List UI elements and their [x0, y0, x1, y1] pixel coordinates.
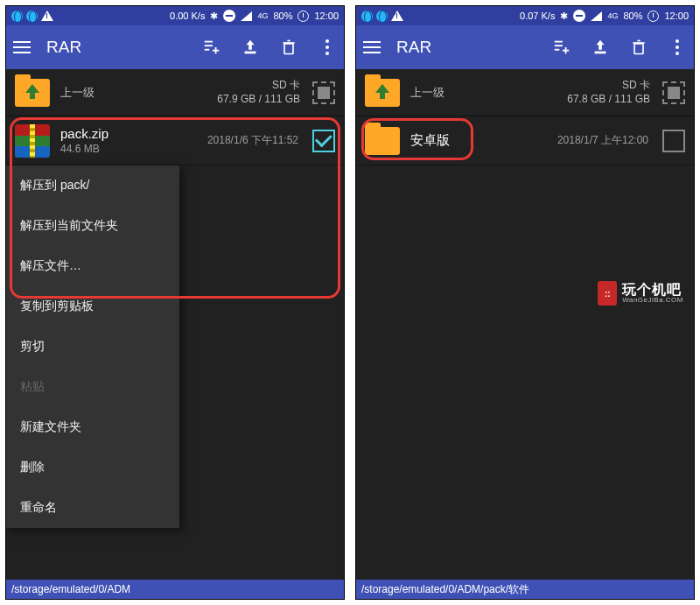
app-bar: RAR	[356, 25, 694, 69]
net-speed: 0.07 K/s	[520, 11, 555, 21]
folder-up-icon	[15, 79, 50, 107]
browser-icon	[11, 11, 23, 22]
bluetooth-icon: ✱	[210, 11, 218, 22]
file-checkbox[interactable]	[312, 130, 335, 152]
delete-icon[interactable]	[279, 38, 298, 57]
ctx-new-folder[interactable]: 新建文件夹	[6, 407, 179, 447]
ctx-copy[interactable]: 复制到剪贴板	[6, 286, 179, 327]
ctx-delete[interactable]: 删除	[6, 447, 179, 488]
overflow-icon[interactable]	[318, 38, 337, 57]
path-bar: /storage/emulated/0/ADM/pack/软件	[356, 580, 694, 599]
browser-icon	[26, 11, 38, 22]
sort-add-icon[interactable]	[202, 38, 221, 57]
file-size: 44.6 MB	[60, 143, 108, 155]
current-path: /storage/emulated/0/ADM/pack/软件	[361, 582, 529, 597]
sort-add-icon[interactable]	[552, 38, 571, 57]
phone-left: 0.00 K/s ✱ 4G 80% 12:00 RAR	[5, 5, 345, 600]
app-title: RAR	[396, 38, 431, 57]
svg-rect-15	[634, 44, 643, 54]
overflow-icon[interactable]	[668, 38, 687, 57]
status-time: 12:00	[664, 11, 689, 21]
browser-icon	[376, 11, 388, 22]
select-all-checkbox[interactable]	[312, 81, 335, 104]
app-bar: RAR	[6, 25, 344, 69]
bluetooth-icon: ✱	[560, 11, 568, 22]
net-speed: 0.00 K/s	[170, 11, 205, 21]
ctx-extract-files[interactable]: 解压文件…	[6, 246, 179, 286]
svg-rect-5	[245, 52, 256, 54]
status-time: 12:00	[314, 11, 339, 21]
sd-label: SD 卡	[217, 79, 300, 93]
ctx-extract-here[interactable]: 解压到 pack/	[6, 165, 179, 206]
file-name: 安卓版	[410, 132, 450, 149]
nav-row[interactable]: 上一级 SD 卡 67.8 GB / 111 GB	[356, 69, 694, 116]
app-title: RAR	[46, 38, 81, 57]
delete-icon[interactable]	[629, 38, 648, 57]
path-bar: /storage/emulated/0/ADM	[6, 580, 344, 599]
folder-up-icon	[365, 79, 400, 107]
watermark-url: WanGeJiBa.COM	[622, 297, 683, 304]
file-row-pack-zip[interactable]: pack.zip 44.6 MB 2018/1/6 下午11:52	[6, 116, 344, 165]
status-bar: 0.07 K/s ✱ 4G 80% 12:00	[356, 6, 694, 25]
ctx-paste: 粘贴	[6, 367, 179, 407]
network-type: 4G	[257, 11, 268, 20]
dnd-icon	[573, 10, 585, 22]
sd-label: SD 卡	[567, 79, 650, 93]
watermark: :: 玩个机吧 WanGeJiBa.COM	[598, 281, 683, 306]
watermark-icon: ::	[598, 281, 617, 306]
up-label: 上一级	[60, 85, 94, 101]
phone-right: 0.07 K/s ✱ 4G 80% 12:00 RAR	[355, 5, 695, 600]
file-checkbox[interactable]	[662, 130, 685, 152]
file-row-android-folder[interactable]: 安卓版 2018/1/7 上午12:00	[356, 116, 694, 165]
current-path: /storage/emulated/0/ADM	[11, 583, 130, 595]
nav-row[interactable]: 上一级 SD 卡 67.9 GB / 111 GB	[6, 69, 344, 116]
context-menu: 解压到 pack/ 解压到当前文件夹 解压文件… 复制到剪贴板 剪切 粘贴 新建…	[6, 165, 179, 528]
extract-icon[interactable]	[241, 38, 260, 57]
extract-icon[interactable]	[591, 38, 610, 57]
file-date: 2018/1/6 下午11:52	[207, 133, 298, 148]
menu-button[interactable]	[13, 41, 31, 53]
battery-text: 80%	[623, 11, 642, 21]
file-name: pack.zip	[60, 126, 108, 141]
battery-text: 80%	[273, 11, 292, 21]
ctx-rename[interactable]: 重命名	[6, 488, 179, 528]
svg-rect-6	[284, 44, 293, 54]
select-all-checkbox[interactable]	[662, 81, 685, 104]
folder-icon	[365, 127, 400, 155]
file-date: 2018/1/7 上午12:00	[557, 133, 648, 148]
status-bar: 0.00 K/s ✱ 4G 80% 12:00	[6, 6, 344, 25]
up-label: 上一级	[410, 85, 444, 101]
clock-icon	[298, 11, 309, 22]
watermark-title: 玩个机吧	[622, 283, 683, 297]
storage-stats: 67.9 GB / 111 GB	[217, 93, 300, 107]
svg-rect-14	[595, 52, 606, 54]
clock-icon	[648, 11, 659, 22]
network-type: 4G	[607, 11, 618, 20]
warning-icon	[41, 11, 53, 21]
browser-icon	[361, 11, 373, 22]
menu-button[interactable]	[363, 41, 381, 53]
storage-stats: 67.8 GB / 111 GB	[567, 93, 650, 107]
ctx-extract-current[interactable]: 解压到当前文件夹	[6, 206, 179, 246]
signal-icon	[591, 11, 602, 21]
signal-icon	[241, 11, 252, 21]
dnd-icon	[223, 10, 235, 22]
ctx-cut[interactable]: 剪切	[6, 327, 179, 367]
zip-file-icon	[15, 124, 50, 158]
warning-icon	[391, 11, 403, 21]
